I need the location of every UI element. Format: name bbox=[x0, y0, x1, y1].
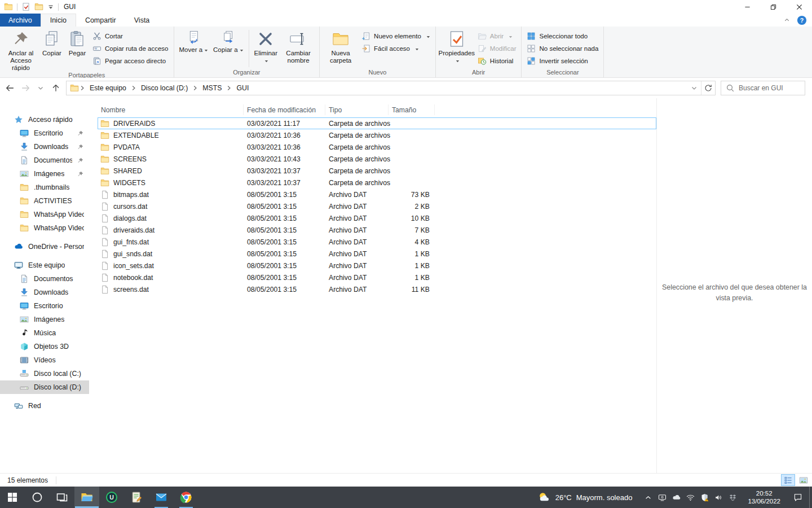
sidebar-item-whatsapp-video[interactable]: WhatsApp Video bbox=[0, 208, 89, 221]
sidebar-item-este-equipo[interactable]: Este equipo bbox=[0, 259, 89, 272]
qat-new-folder-button[interactable] bbox=[34, 2, 43, 11]
breadcrumb-item-este-equipo[interactable]: Este equipo bbox=[86, 84, 130, 92]
editor-button[interactable] bbox=[124, 487, 149, 508]
file-row-icon-sets-dat[interactable]: icon_sets.dat08/05/2001 3:15Archivo DAT1… bbox=[98, 260, 656, 271]
column-header-nombre[interactable]: Nombre bbox=[98, 104, 244, 115]
chevron-right-icon[interactable] bbox=[192, 85, 198, 91]
search-button[interactable] bbox=[25, 487, 50, 508]
delete-button[interactable]: Eliminar bbox=[252, 28, 280, 69]
sidebar-item-downloads[interactable]: Downloads bbox=[0, 286, 89, 299]
column-header-tamano[interactable]: Tamaño bbox=[389, 104, 435, 115]
sidebar-item-musica[interactable]: Música bbox=[0, 326, 89, 340]
new-item-button[interactable]: Nuevo elemento bbox=[361, 31, 430, 41]
file-row-widgets[interactable]: WIDGETS03/03/2021 10:37Carpeta de archiv… bbox=[98, 177, 656, 189]
qat-properties-button[interactable] bbox=[21, 2, 30, 11]
tab-archivo[interactable]: Archivo bbox=[0, 14, 41, 27]
sidebar-item-thumbnails[interactable]: .thumbnails bbox=[0, 181, 89, 194]
up-button[interactable] bbox=[48, 81, 63, 95]
file-row-screens-dat[interactable]: screens.dat08/05/2001 3:15Archivo DAT11 … bbox=[98, 283, 656, 295]
sidebar-item-objetos-3d[interactable]: Objetos 3D bbox=[0, 340, 89, 353]
mail-button[interactable] bbox=[149, 487, 174, 508]
sidebar-item-escritorio[interactable]: Escritorio bbox=[0, 126, 89, 140]
edit-button[interactable]: Modificar bbox=[478, 43, 517, 54]
onedrive-tray-icon[interactable] bbox=[672, 493, 681, 502]
file-row-pvdata[interactable]: PVDATA03/03/2021 10:36Carpeta de archivo… bbox=[98, 141, 656, 153]
security-shield-icon[interactable] bbox=[700, 493, 709, 502]
file-row-screens[interactable]: SCREENS03/03/2021 10:43Carpeta de archiv… bbox=[98, 153, 656, 165]
sidebar-item-disco-local-d[interactable]: Disco local (D:) bbox=[0, 380, 89, 394]
task-view-button[interactable] bbox=[50, 487, 74, 508]
paste-shortcut-button[interactable]: Pegar acceso directo bbox=[92, 56, 169, 66]
easy-access-button[interactable]: Fácil acceso bbox=[361, 43, 430, 54]
refresh-button[interactable] bbox=[701, 81, 715, 95]
tab-inicio[interactable]: Inicio bbox=[41, 14, 76, 27]
sidebar-item-escritorio[interactable]: Escritorio bbox=[0, 299, 89, 313]
action-center-button[interactable] bbox=[787, 487, 809, 508]
start-button[interactable] bbox=[0, 487, 25, 508]
file-row-gui-fnts-dat[interactable]: gui_fnts.dat08/05/2001 3:15Archivo DAT4 … bbox=[98, 236, 656, 248]
details-view-button[interactable] bbox=[781, 474, 795, 486]
show-desktop-button[interactable] bbox=[809, 487, 812, 508]
breadcrumb-item-msts[interactable]: MSTS bbox=[198, 84, 226, 92]
address-box[interactable]: Este equipoDisco local (D:)MSTSGUI bbox=[66, 81, 716, 95]
close-button[interactable] bbox=[786, 0, 812, 14]
minimize-button[interactable] bbox=[734, 0, 760, 14]
select-all-button[interactable]: Seleccionar todo bbox=[527, 31, 598, 41]
file-row-extendable[interactable]: EXTENDABLE03/03/2021 10:36Carpeta de arc… bbox=[98, 129, 656, 141]
rename-button[interactable]: Cambiar nombre bbox=[280, 28, 316, 69]
copy-to-button[interactable]: Copiar a bbox=[211, 28, 245, 69]
cut-button[interactable]: Cortar bbox=[92, 31, 169, 41]
sidebar-item-disco-local-c[interactable]: Disco local (C:) bbox=[0, 367, 89, 380]
iobit-button[interactable]: U bbox=[99, 487, 124, 508]
address-dropdown-button[interactable] bbox=[687, 81, 701, 95]
sidebar-item-imagenes[interactable]: Imágenes bbox=[0, 167, 89, 181]
chevron-right-icon[interactable] bbox=[226, 85, 232, 91]
taskbar-clock[interactable]: 20:52 13/06/2022 bbox=[742, 487, 787, 508]
wifi-icon[interactable] bbox=[686, 493, 695, 502]
history-button[interactable]: Historial bbox=[478, 56, 517, 66]
meet-now-icon[interactable] bbox=[657, 493, 667, 502]
select-none-button[interactable]: No seleccionar nada bbox=[527, 43, 598, 54]
open-button[interactable]: Abrir bbox=[478, 31, 517, 41]
chevron-right-icon[interactable] bbox=[79, 85, 86, 91]
chevron-right-icon[interactable] bbox=[130, 85, 137, 91]
back-button[interactable] bbox=[2, 81, 17, 95]
file-row-bitmaps-dat[interactable]: bitmaps.dat08/05/2001 3:15Archivo DAT73 … bbox=[98, 189, 656, 200]
sidebar-item-acceso-rapido[interactable]: Acceso rápido bbox=[0, 113, 89, 126]
help-button[interactable]: ? bbox=[797, 15, 807, 25]
sidebar-item-onedrive-personal[interactable]: OneDrive - Personal bbox=[0, 240, 89, 253]
invert-selection-button[interactable]: Invertir selección bbox=[527, 56, 598, 66]
file-row-shared[interactable]: SHARED03/03/2021 10:37Carpeta de archivo… bbox=[98, 165, 656, 177]
forward-button[interactable] bbox=[17, 81, 33, 95]
column-header-fecha[interactable]: Fecha de modificación bbox=[244, 104, 325, 115]
tab-compartir[interactable]: Compartir bbox=[76, 14, 125, 27]
tab-vista[interactable]: Vista bbox=[125, 14, 159, 27]
speaker-icon[interactable] bbox=[714, 493, 723, 502]
file-explorer-button[interactable] bbox=[74, 487, 99, 508]
column-header-tipo[interactable]: Tipo bbox=[325, 104, 389, 115]
copy-path-button[interactable]: W... Copiar ruta de acceso bbox=[92, 43, 169, 54]
file-row-driveraids-dat[interactable]: driveraids.dat08/05/2001 3:15Archivo DAT… bbox=[98, 224, 656, 236]
thumbnails-view-button[interactable] bbox=[796, 474, 810, 486]
search-input[interactable] bbox=[739, 84, 800, 92]
breadcrumb-item-gui[interactable]: GUI bbox=[232, 84, 253, 92]
sidebar-item-whatsapp-video[interactable]: WhatsApp Video bbox=[0, 221, 89, 235]
file-row-dialogs-dat[interactable]: dialogs.dat08/05/2001 3:15Archivo DAT10 … bbox=[98, 212, 656, 224]
sidebar-item-imagenes[interactable]: Imágenes bbox=[0, 313, 89, 326]
sidebar-item-red[interactable]: Red bbox=[0, 399, 89, 413]
file-row-cursors-dat[interactable]: cursors.dat08/05/2001 3:15Archivo DAT2 K… bbox=[98, 200, 656, 212]
sidebar-item-activities[interactable]: ACTIVITIES bbox=[0, 194, 89, 208]
paste-button[interactable]: Pegar bbox=[65, 28, 90, 72]
copy-button[interactable]: Copiar bbox=[39, 28, 64, 72]
chrome-button[interactable] bbox=[174, 487, 198, 508]
file-row-driveraids[interactable]: DRIVERAIDS03/03/2021 11:17Carpeta de arc… bbox=[98, 117, 656, 129]
ribbon-collapse-button[interactable] bbox=[784, 17, 790, 23]
sidebar-item-documentos[interactable]: Documentos bbox=[0, 272, 89, 286]
new-folder-button[interactable]: Nueva carpeta bbox=[323, 28, 359, 69]
chevron-up-icon[interactable] bbox=[643, 493, 653, 502]
file-row-notebook-dat[interactable]: notebook.dat08/05/2001 3:15Archivo DAT1 … bbox=[98, 271, 656, 283]
breadcrumb-item-disco-local-d[interactable]: Disco local (D:) bbox=[137, 84, 192, 92]
weather-widget[interactable]: 26°C Mayorm. soleado bbox=[530, 487, 640, 508]
properties-button[interactable]: Propiedades bbox=[439, 28, 475, 69]
dropbox-icon[interactable] bbox=[728, 493, 738, 502]
